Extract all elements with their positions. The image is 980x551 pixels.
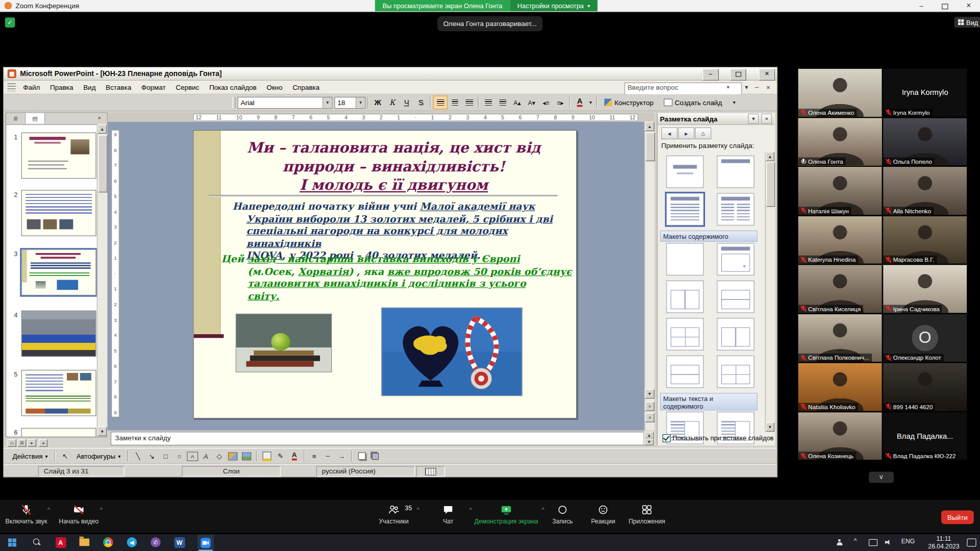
participant-tile[interactable]: Світлана Полковнич... bbox=[798, 314, 882, 362]
toolbar-grip[interactable] bbox=[233, 97, 236, 108]
arrow-style-button[interactable]: → bbox=[335, 450, 348, 462]
decrease-indent-button[interactable]: ◂≡ bbox=[539, 95, 553, 109]
status-language[interactable]: русский (Россия) bbox=[316, 466, 415, 477]
slide-thumbnail-6[interactable] bbox=[21, 428, 96, 437]
layout-two-content[interactable] bbox=[666, 281, 703, 313]
autoshapes-button[interactable]: Автофигуры▾ bbox=[72, 450, 124, 462]
participant-tile[interactable]: Iryna Kormylo Iryna Kormylo bbox=[883, 69, 967, 117]
scrollbar-thumb[interactable] bbox=[646, 133, 655, 161]
normal-view-button[interactable]: ▭ bbox=[8, 439, 16, 447]
taskpane-back-button[interactable]: ◂ bbox=[662, 128, 678, 139]
previous-slide-button[interactable]: « bbox=[645, 402, 654, 411]
slide-sorter-view-button[interactable]: ⊞ bbox=[17, 439, 26, 447]
taskbar-telegram-icon[interactable]: ◀ bbox=[126, 537, 137, 548]
toolbar-overflow-icon[interactable]: ▾ bbox=[727, 95, 741, 109]
taskbar-acrobat-icon[interactable]: A bbox=[55, 537, 66, 548]
notes-pane[interactable]: Заметки к слайду bbox=[111, 432, 645, 445]
taskpane-scrollbar[interactable]: ▲ ▼ bbox=[765, 152, 775, 432]
line-tool-button[interactable]: ╲ bbox=[132, 450, 144, 462]
taskpane-forward-button[interactable]: ▸ bbox=[678, 128, 695, 139]
tray-display-icon[interactable] bbox=[868, 537, 879, 548]
participant-tile[interactable]: Alla Nitchenko bbox=[883, 167, 967, 215]
participant-tile[interactable]: Ольга Попело bbox=[883, 118, 967, 166]
apple-books-image[interactable] bbox=[236, 314, 332, 372]
scrollbar-thumb[interactable] bbox=[766, 162, 775, 207]
align-right-button[interactable] bbox=[462, 95, 476, 109]
layout-content-split[interactable] bbox=[717, 318, 754, 350]
tray-language-indicator[interactable]: ENG bbox=[901, 538, 915, 544]
next-slide-button[interactable]: « bbox=[645, 413, 654, 422]
participant-tile[interactable]: Nataliia Kholiavko bbox=[798, 363, 882, 411]
scroll-down-icon[interactable]: ▼ bbox=[644, 439, 653, 445]
meeting-security-shield-icon[interactable]: ✓ bbox=[5, 17, 15, 28]
notes-scrollbar[interactable]: ▲ ▼ bbox=[644, 432, 654, 445]
increase-font-button[interactable]: A▴ bbox=[510, 95, 524, 109]
rectangle-tool-button[interactable]: □ bbox=[159, 450, 172, 462]
taskpane-close-icon[interactable]: × bbox=[761, 114, 772, 124]
close-button[interactable]: × bbox=[964, 1, 974, 10]
bullets-button[interactable] bbox=[496, 95, 510, 109]
participant-tile-active-speaker[interactable]: Олена Гонта bbox=[798, 118, 882, 166]
layout-two-column-text[interactable] bbox=[717, 193, 754, 226]
menu-edit[interactable]: Правка bbox=[45, 82, 78, 93]
slide-paragraph-1[interactable]: Напередодні початку війни учні Малої ака… bbox=[233, 201, 575, 261]
layout-content-grid[interactable] bbox=[717, 356, 754, 388]
panel-close-icon[interactable]: × bbox=[95, 114, 104, 122]
participant-tile[interactable]: Ірина Садчикова bbox=[883, 265, 967, 313]
participant-tile[interactable]: O Олександр Колот bbox=[883, 314, 967, 362]
scroll-down-icon[interactable]: ▼ bbox=[766, 422, 774, 432]
participant-tile[interactable]: Олена Акименко bbox=[798, 69, 882, 117]
font-color-dropdown-icon[interactable]: ▾ bbox=[587, 95, 595, 109]
fill-color-button[interactable] bbox=[260, 450, 273, 462]
participants-button[interactable]: Участники 35 ^ bbox=[365, 504, 422, 525]
taskbar-viber-icon[interactable]: ✆ bbox=[150, 537, 161, 548]
tab-outline[interactable]: ≣ bbox=[6, 113, 26, 124]
slide-thumbnail-3[interactable] bbox=[21, 249, 96, 296]
share-screen-button[interactable]: Демонстрация экрана^ bbox=[465, 504, 547, 525]
heart-medal-image[interactable] bbox=[381, 307, 523, 396]
tray-volume-icon[interactable] bbox=[883, 537, 894, 548]
menu-tools[interactable]: Сервис bbox=[170, 82, 204, 93]
chevron-up-icon[interactable]: ^ bbox=[47, 507, 50, 513]
participant-tile[interactable]: Влад Падалка... Влад Падалка КЮ-222 bbox=[883, 412, 967, 460]
text-shadow-button[interactable]: S bbox=[414, 95, 428, 109]
doc-minimize-icon[interactable]: – bbox=[755, 84, 758, 90]
scroll-up-icon[interactable]: ▲ bbox=[645, 122, 654, 131]
insert-picture-button[interactable] bbox=[240, 450, 253, 462]
menu-slideshow[interactable]: Показ слайдов bbox=[204, 82, 261, 93]
layout-title-slide[interactable] bbox=[666, 156, 703, 188]
taskpane-dropdown-icon[interactable]: ▾ bbox=[748, 114, 759, 124]
participant-tile[interactable]: Світлана Киселиця bbox=[798, 265, 882, 313]
toolbar-options-icon[interactable]: ▾ bbox=[745, 84, 748, 90]
taskbar-search-button[interactable] bbox=[31, 537, 42, 548]
ppt-minimize-button[interactable]: – bbox=[702, 69, 719, 81]
minimize-button[interactable]: – bbox=[916, 1, 926, 10]
powerpoint-titlebar[interactable]: ▦ Microsoft PowerPoint - [ЮН-23 Пленарне… bbox=[4, 67, 777, 81]
bold-button[interactable]: Ж bbox=[371, 95, 385, 109]
layout-four-content[interactable] bbox=[666, 318, 703, 350]
layout-title-only[interactable] bbox=[717, 156, 754, 188]
ppt-restore-button[interactable] bbox=[730, 69, 746, 81]
participant-tile[interactable]: 899 1440 4620 bbox=[883, 363, 967, 411]
start-button[interactable] bbox=[6, 537, 17, 548]
scroll-up-icon[interactable]: ▲ bbox=[97, 124, 107, 134]
increase-indent-button[interactable]: ≡▸ bbox=[553, 95, 568, 109]
start-video-button[interactable]: Начать видео^ bbox=[53, 504, 105, 525]
scrollbar-thumb[interactable] bbox=[98, 135, 107, 192]
scroll-down-icon[interactable]: ▼ bbox=[645, 389, 654, 398]
menu-window[interactable]: Окно bbox=[261, 82, 287, 93]
main-scrollbar[interactable]: ▲ ▼ « « bbox=[644, 122, 654, 431]
arrow-tool-button[interactable]: ↘ bbox=[145, 450, 158, 462]
menu-help[interactable]: Справка bbox=[287, 82, 324, 93]
line-style-button[interactable]: ≡ bbox=[308, 450, 320, 462]
menu-file[interactable]: Файл bbox=[18, 82, 45, 93]
taskbar-word-icon[interactable]: W bbox=[174, 537, 185, 548]
clipart-button[interactable] bbox=[227, 450, 239, 462]
oval-tool-button[interactable]: ○ bbox=[173, 450, 185, 462]
scroll-up-icon[interactable]: ▲ bbox=[766, 152, 774, 161]
draw-font-color-button[interactable]: А bbox=[288, 450, 300, 462]
participant-tile[interactable]: Маргасова В.Г. bbox=[883, 216, 967, 264]
slide-paragraph-2[interactable]: Цей захід – найстаріша виставка винаході… bbox=[221, 253, 574, 302]
question-input[interactable]: Введите вопрос bbox=[624, 83, 742, 95]
tray-people-icon[interactable] bbox=[834, 537, 845, 548]
